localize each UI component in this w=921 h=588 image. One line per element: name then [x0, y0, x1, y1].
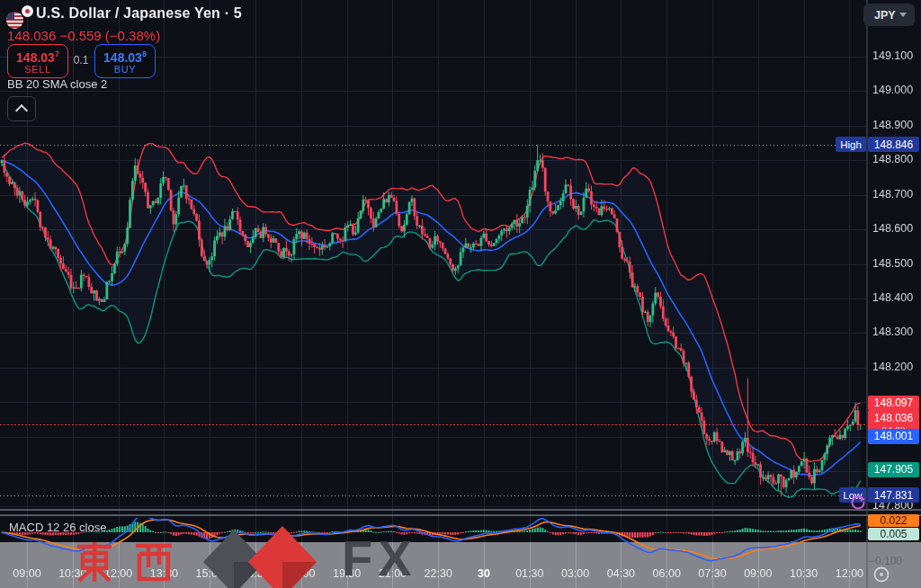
- us-flag-icon: [6, 12, 23, 29]
- time-tick-label: 07:30: [693, 567, 732, 580]
- time-tick-label: 04:30: [601, 567, 640, 580]
- sell-label: SELL: [24, 64, 50, 76]
- bb-basis-badge: 148.001: [868, 429, 919, 444]
- price-tick-label: 149.100: [872, 49, 913, 62]
- price-tick-label: 148.500: [872, 257, 913, 270]
- market-status-replay-icon[interactable]: [849, 494, 867, 512]
- price-tick-label: 148.200: [872, 361, 913, 373]
- trading-chart-app: U.S. Dollar / Japanese Yen · 5 148.036 −…: [0, 0, 921, 588]
- sell-price: 148.037: [16, 47, 59, 65]
- bb-upper-badge: 148.097: [868, 396, 919, 411]
- time-tick-label: 01:30: [510, 567, 550, 580]
- price-tick-label: 149.000: [872, 84, 913, 96]
- chart-canvas[interactable]: [0, 0, 921, 588]
- time-tick-label: 06:00: [647, 567, 686, 580]
- time-tick-label: 22:30: [418, 567, 458, 580]
- symbol-flags-icon: [6, 5, 33, 29]
- chevron-up-icon: [15, 104, 28, 117]
- time-tick-label: 30: [464, 567, 504, 580]
- time-tick-label: 18:00: [282, 567, 321, 580]
- currency-selector-value: JPY: [874, 9, 896, 22]
- macd-hist-badge: 0.005: [868, 528, 919, 540]
- price-change-row: 148.036 −0.559 (−0.38%): [7, 28, 160, 43]
- time-tick-label: 03:00: [556, 567, 595, 580]
- time-tick-label: 09:00: [738, 567, 778, 580]
- price-tick-label: 148.900: [872, 119, 913, 131]
- pane-collapse-button[interactable]: [7, 96, 36, 121]
- time-tick-label: 16:30: [236, 567, 275, 580]
- price-tick-label: 148.600: [872, 222, 913, 235]
- buy-price: 148.038: [103, 47, 147, 65]
- price-tick-label: 148.400: [872, 291, 913, 304]
- bb-lower-badge: 147.905: [868, 462, 919, 477]
- bollinger-indicator-label[interactable]: BB 20 SMA close 2: [7, 77, 107, 91]
- currency-selector[interactable]: JPY: [863, 4, 915, 26]
- high-price-badge: 148.846: [868, 137, 919, 152]
- price-tick-label: 148.300: [872, 325, 913, 338]
- time-tick-label: 19:30: [327, 567, 367, 580]
- axis-settings-icon[interactable]: [872, 565, 891, 584]
- jp-flag-icon: [22, 5, 33, 17]
- macd-indicator-label[interactable]: MACD 12 26 close: [9, 521, 106, 534]
- chevron-down-icon: [899, 13, 907, 17]
- buy-button[interactable]: 148.038 BUY: [94, 44, 156, 78]
- time-tick-label: 10:30: [53, 567, 93, 580]
- price-tick-label: 148.800: [872, 153, 913, 165]
- time-tick-label: 13:30: [144, 567, 183, 580]
- low-price-badge: 147.831: [868, 487, 919, 503]
- spread-value: 0.1: [68, 54, 94, 67]
- time-tick-label: 09:00: [7, 567, 47, 580]
- sell-button[interactable]: 148.037 SELL: [7, 44, 68, 78]
- time-tick-label: 12:00: [99, 567, 139, 580]
- time-tick-label: 12:00: [829, 567, 869, 580]
- price-tick-label: 148.700: [872, 188, 913, 200]
- time-tick-label: 10:30: [784, 567, 824, 580]
- buy-label: BUY: [114, 64, 136, 76]
- macd-signal-badge: 0.022: [868, 514, 919, 527]
- time-tick-label: 21:00: [372, 567, 412, 580]
- high-price-badge-chip: High: [836, 137, 866, 152]
- time-tick-label: 15:00: [190, 567, 229, 580]
- symbol-title[interactable]: U.S. Dollar / Japanese Yen · 5: [36, 5, 242, 22]
